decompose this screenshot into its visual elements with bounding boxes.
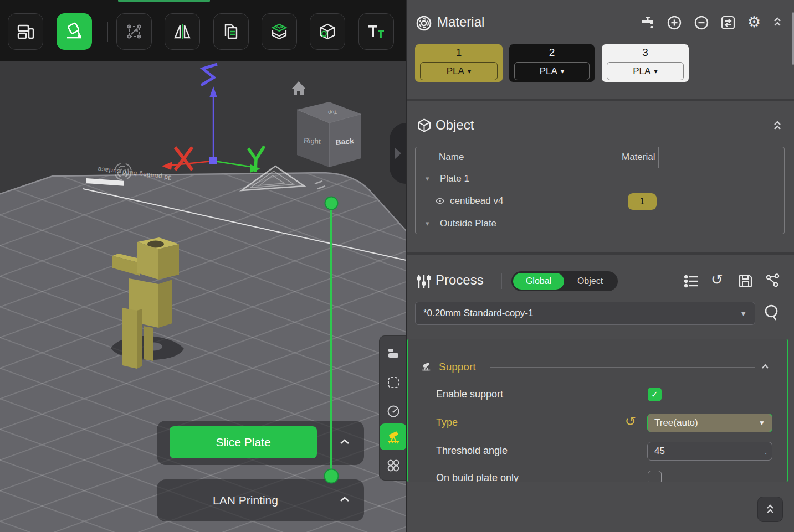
home-icon[interactable] <box>291 81 306 95</box>
support-type-label: Type <box>436 417 458 428</box>
axis-x-glyph <box>175 147 192 170</box>
row-material-badge[interactable]: 1 <box>628 193 657 210</box>
tab-speed[interactable] <box>380 399 407 423</box>
flush-filament-button[interactable] <box>639 14 656 31</box>
mesh-boolean-tool-button[interactable] <box>310 13 345 50</box>
enable-support-checkbox[interactable]: ✓ <box>648 388 662 401</box>
share-nodes-icon <box>765 273 781 288</box>
toolbar-separator <box>107 22 108 42</box>
layer-height-icon <box>386 347 401 361</box>
mesh-boolean-icon <box>317 22 337 42</box>
double-chevron-up-icon <box>772 16 782 28</box>
filament-card-3[interactable]: 3 PLA▾ <box>602 44 689 82</box>
scroll-to-top-button[interactable] <box>757 497 783 522</box>
process-separator <box>501 273 502 289</box>
nav-cube-right-label: Back <box>335 136 355 147</box>
clone-icon <box>221 22 241 42</box>
bullet-list-icon <box>684 274 699 288</box>
text-tool-button[interactable] <box>358 13 394 50</box>
section-divider <box>407 99 794 101</box>
section-divider <box>407 252 794 255</box>
panel-collapse-handle[interactable] <box>390 123 406 184</box>
caret-down-icon: ▼ <box>759 419 765 427</box>
nav-cube-top-label: Top <box>327 109 337 116</box>
on-build-plate-checkbox[interactable] <box>648 471 662 482</box>
slice-options-chevron[interactable] <box>339 438 351 448</box>
scale-tool-button[interactable] <box>116 13 152 50</box>
process-section-title: Process <box>436 272 484 288</box>
share-preset-button[interactable] <box>765 273 781 288</box>
param-category-tabs <box>379 335 406 481</box>
filament-slot-number: 3 <box>602 47 689 59</box>
object-row-outside-plate[interactable]: ▾ Outside Plate <box>416 213 784 235</box>
row-expand-icon[interactable]: ▾ <box>426 174 429 183</box>
filament-type-dropdown[interactable]: PLA▾ <box>607 62 684 80</box>
active-plate-tab-indicator <box>118 0 210 2</box>
lan-tray: LAN Printing <box>157 479 364 521</box>
viewport-3d[interactable]: 3d printing build surface <box>0 0 406 532</box>
support-type-dropdown[interactable]: Tree(auto) ▼ <box>647 414 772 432</box>
chevron-up-icon <box>760 363 770 370</box>
process-preset-dropdown[interactable]: *0.20mm Standard-copy-1 ▼ <box>415 302 755 325</box>
threshold-angle-input[interactable] <box>647 442 772 461</box>
filament-type-dropdown[interactable]: PLA▾ <box>420 62 498 80</box>
settings-panel: Material <box>406 0 794 532</box>
add-filament-button[interactable] <box>666 14 683 31</box>
tab-others[interactable] <box>380 453 407 478</box>
variable-layer-height-icon <box>269 22 289 42</box>
slicer-app: 3d printing build surface <box>0 0 794 532</box>
text-tool-icon <box>366 22 386 42</box>
split-layout-icon <box>16 22 35 42</box>
filament-settings-button[interactable]: ⚙ <box>747 13 761 30</box>
transfer-icon <box>720 15 736 30</box>
support-type-value: Tree(auto) <box>654 417 698 428</box>
plus-circle-icon <box>667 15 682 30</box>
param-list-button[interactable] <box>684 274 699 288</box>
filament-card-2[interactable]: 2 PLA▾ <box>509 44 595 82</box>
material-collapse-button[interactable] <box>772 16 782 28</box>
reset-type-button[interactable]: ↺ <box>625 414 636 429</box>
axis-z-glyph <box>201 64 217 85</box>
lan-options-chevron[interactable] <box>339 495 351 505</box>
split-layout-tool-button[interactable] <box>8 13 43 50</box>
reset-icon: ↺ <box>711 271 723 288</box>
nav-cube[interactable]: Top Right Back <box>297 102 361 167</box>
object-row-centibead[interactable]: centibead v4 1 <box>416 190 784 213</box>
lay-on-face-tool-button[interactable] <box>57 13 92 50</box>
mirror-tool-button[interactable] <box>165 13 200 50</box>
remove-filament-button[interactable] <box>693 14 710 31</box>
support-group-collapse[interactable] <box>760 363 770 370</box>
nav-cube-left-label: Right <box>304 136 321 146</box>
tab-layer-height[interactable] <box>380 342 407 366</box>
chevron-up-icon <box>339 495 351 503</box>
filament-type-dropdown[interactable]: PLA▾ <box>514 62 590 80</box>
others-clover-icon <box>386 458 401 473</box>
speed-gauge-icon <box>386 404 401 419</box>
row-name: Outside Plate <box>440 218 496 229</box>
support-param-panel: Support Enable support ✓ Type ↺ Tree(aut… <box>407 339 788 482</box>
tab-plate[interactable] <box>380 370 407 395</box>
variable-layer-height-tool-button[interactable] <box>262 13 297 50</box>
tab-support[interactable] <box>380 423 407 450</box>
search-params-button[interactable] <box>764 303 781 322</box>
double-chevron-up-icon <box>765 503 775 515</box>
caret-down-icon: ▾ <box>561 67 565 75</box>
filament-card-1[interactable]: 1 PLA▾ <box>415 44 503 82</box>
object-row-plate-1[interactable]: ▾ Plate 1 <box>416 168 784 190</box>
sync-filament-button[interactable] <box>720 14 736 31</box>
filament-slot-number: 2 <box>509 47 595 59</box>
row-expand-icon[interactable]: ▾ <box>426 219 429 228</box>
object-table-header: Name Material <box>416 147 784 168</box>
lan-printing-button[interactable]: LAN Printing <box>157 479 334 521</box>
tab-object[interactable]: Object <box>564 273 616 290</box>
clone-tool-button[interactable] <box>213 13 249 50</box>
visibility-eye-icon[interactable] <box>436 198 444 204</box>
object-collapse-button[interactable] <box>772 120 782 132</box>
save-preset-button[interactable] <box>738 273 753 288</box>
tab-global[interactable]: Global <box>513 273 564 290</box>
reset-icon: ↺ <box>625 414 636 429</box>
slice-plate-button[interactable]: Slice Plate <box>170 426 317 458</box>
row-name: Plate 1 <box>440 173 469 184</box>
reset-preset-button[interactable]: ↺ <box>711 271 723 288</box>
chevron-up-icon <box>339 438 351 446</box>
